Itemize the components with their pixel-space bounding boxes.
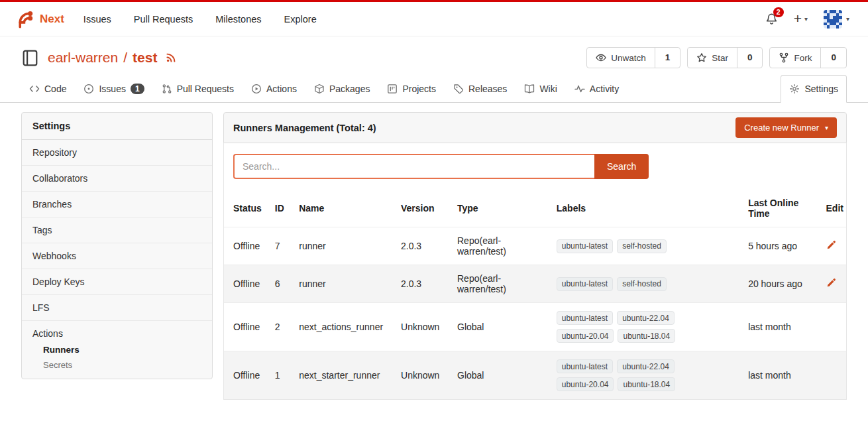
col-id: ID: [270, 190, 294, 227]
fork-button[interactable]: Fork: [770, 48, 820, 68]
tab-activity[interactable]: Activity: [567, 76, 627, 102]
runner-last-online: last month: [743, 303, 820, 351]
search-input[interactable]: [233, 154, 594, 179]
create-menu-button[interactable]: + ▾: [794, 13, 808, 25]
plus-icon: +: [794, 11, 802, 25]
tab-wiki[interactable]: Wiki: [516, 76, 565, 102]
sidebar-subitem-runners[interactable]: Runners: [43, 343, 201, 357]
git-pull-request-icon: [162, 84, 172, 94]
star-button[interactable]: Star: [688, 48, 737, 68]
sidebar-item-branches[interactable]: Branches: [22, 192, 212, 217]
tab-projects[interactable]: Projects: [379, 76, 444, 102]
runner-last-online: 5 hours ago: [743, 227, 820, 265]
actions-submenu: Runners Secrets: [32, 339, 201, 372]
panel-header: Runners Management (Total: 4) Create new…: [223, 112, 847, 143]
runner-version: 2.0.3: [396, 227, 452, 265]
sidebar-item-webhooks[interactable]: Webhooks: [22, 243, 212, 269]
runner-label: ubuntu-22.04: [617, 359, 675, 373]
repo-title: earl-warren / test: [48, 50, 177, 66]
home-link[interactable]: Next: [15, 9, 64, 29]
tab-issues[interactable]: Issues 1: [76, 76, 152, 102]
sidebar-item-deploy-keys[interactable]: Deploy Keys: [22, 269, 212, 295]
fork-icon: [779, 52, 789, 63]
sidebar-item-tags[interactable]: Tags: [22, 217, 212, 243]
user-menu-button[interactable]: ▾: [824, 10, 849, 29]
chevron-down-icon: ▾: [846, 15, 849, 23]
star-icon: [696, 52, 707, 63]
repo-header: earl-warren / test Unwatch 1: [0, 36, 868, 75]
col-status: Status: [224, 190, 270, 227]
chevron-down-icon: ▾: [804, 15, 808, 23]
table-row: Offline 7 runner 2.0.3 Repo(earl-warren/…: [224, 227, 846, 265]
tab-actions[interactable]: Actions: [243, 76, 305, 102]
sidebar-subitem-secrets[interactable]: Secrets: [43, 358, 201, 372]
brand-label: Next: [40, 13, 64, 26]
tab-settings[interactable]: Settings: [781, 75, 847, 103]
runner-id: 2: [270, 303, 294, 351]
tab-releases[interactable]: Releases: [445, 76, 515, 102]
create-runner-button[interactable]: Create new Runner ▾: [735, 117, 837, 138]
runner-name: next_actions_runner: [294, 303, 396, 351]
edit-runner-button[interactable]: [826, 240, 836, 250]
avatar: [824, 10, 842, 29]
runner-version: Unknown: [396, 351, 452, 400]
repo-tabbar: Code Issues 1 Pull Requests Actions Pack…: [0, 75, 868, 103]
runner-id: 6: [270, 265, 294, 303]
runner-name: next_starter_runner: [294, 351, 396, 400]
runner-status: Offline: [224, 265, 270, 303]
runner-label: ubuntu-latest: [557, 359, 613, 373]
runner-label: ubuntu-20.04: [557, 329, 614, 343]
watch-group: Unwatch 1: [586, 47, 680, 68]
table-row: Offline 6 runner 2.0.3 Repo(earl-warren/…: [224, 265, 846, 303]
star-group: Star 0: [687, 47, 763, 68]
gear-icon: [789, 84, 800, 94]
runner-label: self-hosted: [617, 239, 667, 253]
sidebar-item-repository[interactable]: Repository: [22, 140, 212, 166]
panel-body: Search Status ID Name Version Type Label…: [223, 143, 847, 400]
edit-cell-empty: [821, 303, 847, 351]
tab-packages[interactable]: Packages: [306, 76, 378, 102]
forgejo-logo: [15, 9, 34, 29]
runner-type: Global: [452, 351, 551, 400]
runner-version: 2.0.3: [396, 265, 452, 303]
tab-pull-requests[interactable]: Pull Requests: [154, 76, 242, 102]
chevron-down-icon: ▾: [825, 124, 828, 131]
nav-item-issues[interactable]: Issues: [72, 9, 123, 30]
runner-last-online: last month: [743, 351, 820, 400]
table-header-row: Status ID Name Version Type Labels Last …: [224, 190, 846, 227]
nav-item-pull-requests[interactable]: Pull Requests: [123, 9, 204, 30]
col-last-online: Last Online Time: [743, 190, 820, 227]
tab-code[interactable]: Code: [21, 76, 74, 102]
runner-last-online: 20 hours ago: [743, 265, 820, 303]
pulse-icon: [574, 84, 585, 94]
stars-count[interactable]: 0: [737, 48, 763, 68]
sidebar-item-lfs[interactable]: LFS: [22, 295, 212, 321]
runner-status: Offline: [224, 351, 270, 400]
runner-type: Repo(earl-warren/test): [452, 265, 551, 303]
runner-label: self-hosted: [617, 277, 667, 291]
forks-count[interactable]: 0: [820, 48, 846, 68]
repo-actions: Unwatch 1 Star 0: [586, 47, 847, 68]
nav-item-milestones[interactable]: Milestones: [204, 9, 272, 30]
edit-runner-button[interactable]: [826, 278, 836, 288]
runner-label: ubuntu-latest: [557, 239, 613, 253]
runner-label: ubuntu-22.04: [617, 311, 675, 325]
issues-count-badge: 1: [131, 84, 144, 94]
edit-cell-empty: [821, 351, 847, 400]
sidebar-item-collaborators[interactable]: Collaborators: [22, 166, 212, 192]
unwatch-button[interactable]: Unwatch: [587, 48, 655, 68]
book-icon: [524, 84, 535, 94]
repo-owner-link[interactable]: earl-warren: [48, 50, 118, 66]
project-board-icon: [387, 84, 398, 94]
notifications-button[interactable]: 2: [765, 13, 778, 25]
runner-label: ubuntu-latest: [557, 311, 613, 325]
repo-name-link[interactable]: test: [133, 50, 157, 66]
watchers-count[interactable]: 1: [655, 48, 680, 68]
runner-type: Global: [452, 303, 551, 351]
nav-item-explore[interactable]: Explore: [273, 9, 328, 30]
search-button[interactable]: Search: [594, 154, 649, 179]
sidebar-actions-label[interactable]: Actions: [32, 328, 63, 339]
col-version: Version: [396, 190, 452, 227]
rss-feed-icon[interactable]: [165, 52, 177, 64]
repo-path-separator: /: [123, 50, 127, 66]
